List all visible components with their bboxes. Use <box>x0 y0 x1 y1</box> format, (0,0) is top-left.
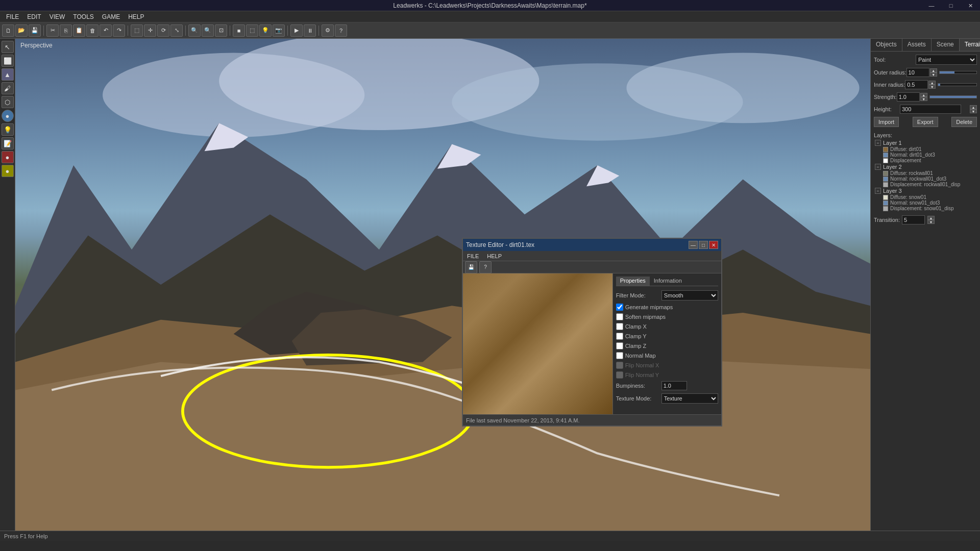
height-input[interactable] <box>900 105 961 114</box>
settings-button[interactable]: ⚙ <box>322 24 334 37</box>
tex-minimize-btn[interactable]: — <box>689 241 698 249</box>
tab-objects[interactable]: Objects <box>871 39 902 51</box>
tex-tab-information[interactable]: Information <box>650 277 686 286</box>
strength-down[interactable]: ▼ <box>920 97 927 101</box>
viewport-bg[interactable]: Texture Editor - dirt01.tex — □ ✕ FILE H… <box>15 39 870 531</box>
zoom-out-button[interactable]: 🔍 <box>188 24 201 37</box>
left-paint-btn[interactable]: 🖌 <box>2 82 14 94</box>
left-object-btn[interactable]: ⬜ <box>2 55 14 67</box>
export-button[interactable]: Export <box>913 117 938 127</box>
normal-map-checkbox[interactable] <box>616 352 623 359</box>
menu-edit[interactable]: EDIT <box>23 12 45 21</box>
delete-button[interactable]: Delete <box>951 117 977 127</box>
camera-button[interactable]: 📷 <box>273 24 285 37</box>
copy-button[interactable]: ⎘ <box>60 24 72 37</box>
bumpiness-input[interactable] <box>662 381 687 390</box>
maximize-button[interactable]: □ <box>941 0 961 11</box>
strength-slider[interactable] <box>929 95 977 98</box>
transition-down[interactable]: ▼ <box>927 220 935 224</box>
left-light-btn[interactable]: 💡 <box>2 123 14 136</box>
open-button[interactable]: 📂 <box>15 24 28 37</box>
tex-menu-help[interactable]: HELP <box>483 252 506 260</box>
tab-scene[interactable]: Scene <box>932 39 960 51</box>
toolbar-sep-2 <box>128 26 128 36</box>
left-terrain-btn[interactable]: ▲ <box>2 68 14 81</box>
terrain-panel: Tool: Paint Sculpt Smooth Outer radius: … <box>871 52 980 531</box>
save-button[interactable]: 💾 <box>29 24 41 37</box>
zoom-in-button[interactable]: 🔍 <box>202 24 214 37</box>
delete-button[interactable]: 🗑 <box>86 24 99 37</box>
left-yellow-btn[interactable]: ● <box>2 165 14 177</box>
strength-up[interactable]: ▲ <box>920 93 927 97</box>
tab-assets[interactable]: Assets <box>902 39 932 51</box>
tool-select[interactable]: Paint Sculpt Smooth <box>916 55 977 65</box>
clamp-y-checkbox[interactable] <box>616 333 623 340</box>
tab-terrain[interactable]: Terrain <box>960 39 980 51</box>
transition-up[interactable]: ▲ <box>927 216 935 220</box>
inner-radius-slider[interactable] <box>938 83 977 86</box>
outer-radius-slider[interactable] <box>939 71 977 74</box>
import-button[interactable]: Import <box>874 117 899 127</box>
left-cursor-btn[interactable]: ↖ <box>2 41 14 53</box>
transition-input[interactable] <box>902 215 925 224</box>
menu-help[interactable]: HELP <box>124 12 148 21</box>
left-sphere-btn[interactable]: ● <box>2 110 14 122</box>
layer-2-diffuse: Diffuse: rockwall01 <box>874 170 977 176</box>
height-spinbtns: ▲ ▼ <box>970 105 977 113</box>
wire-button[interactable]: ⬚ <box>246 24 258 37</box>
tex-tab-properties[interactable]: Properties <box>616 277 650 286</box>
left-red-btn[interactable]: ● <box>2 151 14 163</box>
tex-menu-file[interactable]: FILE <box>463 252 483 260</box>
play-button[interactable]: ▶ <box>290 24 303 37</box>
light-button[interactable]: 💡 <box>259 24 272 37</box>
solid-button[interactable]: ■ <box>233 24 245 37</box>
inner-radius-up[interactable]: ▲ <box>928 81 936 85</box>
tex-close-btn[interactable]: ✕ <box>709 241 718 249</box>
height-down[interactable]: ▼ <box>970 109 977 113</box>
tex-help-btn[interactable]: ? <box>479 261 492 273</box>
outer-radius-up[interactable]: ▲ <box>930 68 937 72</box>
new-button[interactable]: 🗋 <box>2 24 14 37</box>
svg-point-3 <box>626 53 859 123</box>
rotate-button[interactable]: ⟳ <box>157 24 169 37</box>
left-script-btn[interactable]: 📝 <box>2 137 14 149</box>
layer-3-toggle[interactable]: − <box>875 188 881 194</box>
tex-save-btn[interactable]: 💾 <box>465 261 477 273</box>
height-up[interactable]: ▲ <box>970 105 977 109</box>
inner-radius-input[interactable] <box>905 80 928 89</box>
menu-tools[interactable]: TOOLS <box>69 12 97 21</box>
layer-1-toggle[interactable]: − <box>875 140 881 146</box>
strength-input[interactable] <box>897 92 920 102</box>
normal-map-label: Normal Map <box>625 353 656 359</box>
fit-button[interactable]: ⊡ <box>215 24 227 37</box>
strength-spin: ▲ ▼ <box>897 92 927 102</box>
inner-radius-down[interactable]: ▼ <box>928 85 936 89</box>
left-entity-btn[interactable]: ⬡ <box>2 96 14 108</box>
filter-mode-select[interactable]: Smooth Linear Nearest <box>662 290 718 300</box>
paste-button[interactable]: 📋 <box>73 24 85 37</box>
redo-button[interactable]: ↷ <box>113 24 125 37</box>
clamp-z-checkbox[interactable] <box>616 342 623 349</box>
minimize-button[interactable]: — <box>922 0 941 11</box>
scale-button[interactable]: ⤡ <box>170 24 183 37</box>
pause-button[interactable]: ⏸ <box>304 24 316 37</box>
menu-game[interactable]: GAME <box>98 12 124 21</box>
help-icon-button[interactable]: ? <box>335 24 347 37</box>
tex-restore-btn[interactable]: □ <box>699 241 708 249</box>
layer-2-toggle[interactable]: − <box>875 164 881 170</box>
clamp-x-checkbox[interactable] <box>616 323 623 330</box>
layer-1-normal-color <box>883 153 888 158</box>
soften-mipmaps-checkbox[interactable] <box>616 313 623 320</box>
texture-editor-title: Texture Editor - dirt01.tex <box>466 241 534 248</box>
cut-button[interactable]: ✂ <box>46 24 59 37</box>
texture-mode-select[interactable]: Texture Cubemap Volume <box>662 393 718 404</box>
move-button[interactable]: ✛ <box>144 24 156 37</box>
outer-radius-down[interactable]: ▼ <box>930 72 937 77</box>
menu-file[interactable]: FILE <box>2 12 23 21</box>
select-button[interactable]: ⬚ <box>131 24 143 37</box>
undo-button[interactable]: ↶ <box>100 24 112 37</box>
close-button[interactable]: ✕ <box>961 0 980 11</box>
generate-mipmaps-checkbox[interactable] <box>616 304 623 311</box>
menu-view[interactable]: VIEW <box>45 12 69 21</box>
outer-radius-input[interactable] <box>906 68 929 77</box>
